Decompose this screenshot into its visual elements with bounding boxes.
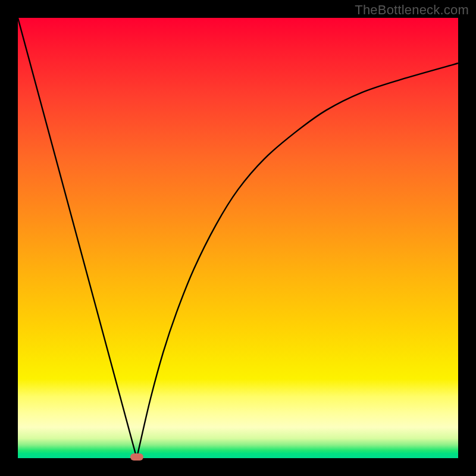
minimum-marker <box>130 453 143 461</box>
curve-svg <box>18 18 458 458</box>
plot-area <box>18 18 458 458</box>
watermark-text: TheBottleneck.com <box>355 2 469 18</box>
curve-left-branch <box>18 18 137 458</box>
chart-frame: TheBottleneck.com <box>0 0 476 476</box>
curve-right-branch <box>137 63 458 458</box>
